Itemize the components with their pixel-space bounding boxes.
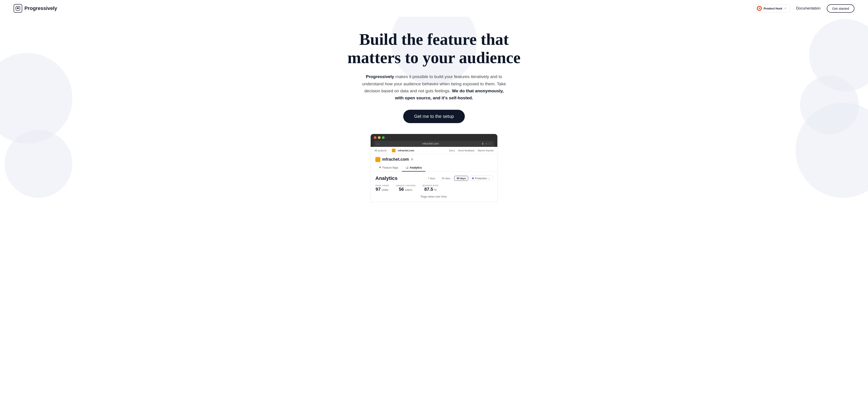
feedback-link[interactable]: Send feedback: [458, 149, 474, 152]
hero-content: Build the feature that matters to your a…: [4, 30, 864, 202]
env-selector[interactable]: Production ⌄: [469, 175, 493, 181]
stat-unique-visitors: UNIQUE VISITORS 56 users.: [396, 185, 416, 192]
hero-section: Build the feature that matters to your a…: [0, 17, 868, 202]
stat-bounce-rate-value: 87.5 %: [423, 187, 438, 192]
filter-90days[interactable]: 90 days: [454, 176, 468, 181]
stat-unique-visitors-value: 56 users.: [396, 187, 416, 192]
app-topbar-right: Docs Send feedback Marvin frachet: [449, 149, 494, 152]
stat-bounce-rate: BOUNCE RATE 87.5 %: [423, 185, 438, 192]
toolbar-url: mfrachet.com: [381, 142, 480, 145]
analytics-filters: 7 days 30 days 90 days Production ⌄: [425, 175, 493, 181]
back-icon: ‹: [376, 142, 377, 145]
product-hunt-arrow-icon: ↗: [784, 7, 786, 10]
project-icon: [392, 149, 396, 152]
all-projects-link[interactable]: All projects: [374, 149, 387, 152]
tab-feature-flags[interactable]: ⚑ Feature flags: [375, 164, 402, 171]
logo-text: Progressively: [25, 5, 57, 11]
browser-toolbar: ‹ › mfrachet.com ⬆ + ⋯: [374, 141, 494, 147]
app-frame: All projects › mfrachet.com Docs Send fe…: [371, 147, 497, 202]
navbar: Progressively Product Hunt ↗ Documentati…: [0, 0, 868, 17]
hero-title: Build the feature that matters to your a…: [341, 30, 527, 67]
stat-page-views: PAGE VIEWS 97 visits.: [375, 185, 389, 192]
tab-analytics-label: Analytics: [410, 166, 422, 169]
stat-bounce-rate-label: BOUNCE RATE: [423, 185, 438, 187]
app-screenshot: ‹ › mfrachet.com ⬆ + ⋯: [371, 134, 497, 202]
get-started-button[interactable]: Get started: [827, 4, 855, 13]
dot-green: [382, 136, 385, 139]
hero-subtitle: Progressively makes it possible to build…: [362, 73, 506, 101]
dot-red: [374, 136, 376, 139]
topbar-project-name: mfrachet.com: [398, 149, 414, 152]
filter-7days[interactable]: 7 days: [425, 176, 438, 181]
user-label: Marvin frachet: [478, 149, 494, 152]
app-tabs: ⚑ Feature flags 📊 Analytics: [375, 164, 493, 171]
brand-name: Progressively: [366, 74, 394, 79]
logo-icon: [13, 4, 22, 13]
product-hunt-text: Product Hunt: [764, 7, 782, 10]
stats-row: PAGE VIEWS 97 visits. UNIQUE VISITORS 56…: [375, 185, 493, 192]
browser-chrome: ‹ › mfrachet.com ⬆ + ⋯: [371, 134, 497, 147]
analytics-header: Analytics 7 days 30 days 90 days Product…: [375, 175, 493, 181]
app-header: mfrachet.com ⚙ ⚑ Feature flags 📊 Analyti…: [371, 154, 497, 172]
analytics-tab-icon: 📊: [405, 166, 409, 169]
app-project-title: mfrachet.com ⚙: [375, 157, 493, 162]
filter-30days[interactable]: 30 days: [439, 176, 453, 181]
hero-cta-button[interactable]: Get me to the setup: [403, 110, 465, 123]
app-body: Analytics 7 days 30 days 90 days Product…: [371, 172, 497, 202]
project-title-icon: [375, 157, 380, 162]
gear-icon[interactable]: ⚙: [411, 158, 413, 161]
docs-link[interactable]: Docs: [449, 149, 455, 152]
toolbar-arrows: ‹ ›: [376, 142, 379, 145]
app-topbar-left: All projects › mfrachet.com: [374, 149, 414, 152]
stat-page-views-value: 97 visits.: [375, 187, 389, 192]
product-hunt-icon: [757, 6, 762, 11]
app-topbar: All projects › mfrachet.com Docs Send fe…: [371, 147, 497, 154]
dot-yellow: [378, 136, 380, 139]
project-name: mfrachet.com: [382, 157, 409, 162]
more-icon: ⋯: [489, 142, 492, 145]
forward-icon: ›: [378, 142, 379, 145]
env-chevron-icon: ⌄: [488, 177, 490, 180]
nav-right: Product Hunt ↗ Documentation Get started: [753, 4, 855, 13]
topbar-separator: ›: [389, 149, 390, 152]
logo[interactable]: Progressively: [13, 4, 57, 13]
share-icon: ⬆: [482, 142, 484, 145]
browser-dots: [374, 136, 494, 139]
page-views-chart-label: Page views over time.: [375, 195, 493, 198]
env-label: Production: [475, 177, 487, 180]
stat-unique-visitors-label: UNIQUE VISITORS: [396, 185, 416, 187]
stat-page-views-label: PAGE VIEWS: [375, 185, 389, 187]
product-hunt-badge[interactable]: Product Hunt ↗: [753, 4, 790, 12]
analytics-title: Analytics: [375, 175, 398, 181]
tab-feature-flags-label: Feature flags: [382, 166, 398, 169]
add-tab-icon: +: [486, 142, 487, 145]
documentation-link[interactable]: Documentation: [796, 6, 820, 10]
env-dot: [472, 177, 474, 179]
toolbar-actions: ⬆ + ⋯: [482, 142, 492, 145]
feature-flags-icon: ⚑: [379, 166, 381, 169]
tab-analytics[interactable]: 📊 Analytics: [402, 164, 425, 171]
